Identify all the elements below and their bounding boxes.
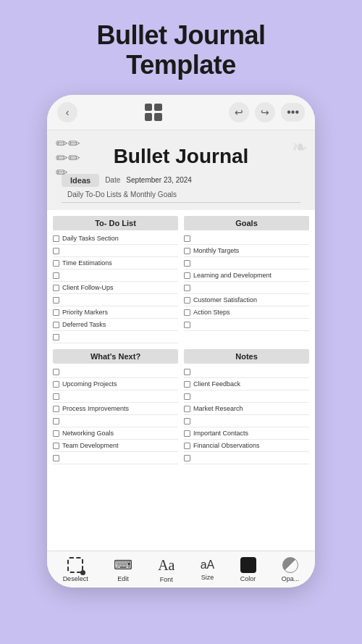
browser-nav: ↩ ↪ ••• xyxy=(229,102,305,122)
list-item: Financial Observations xyxy=(184,440,309,452)
list-item xyxy=(53,246,178,257)
checkbox[interactable] xyxy=(184,369,190,375)
edit-label: Edit xyxy=(117,575,129,582)
whats-next-header: What's Next? xyxy=(53,349,178,364)
list-item xyxy=(184,367,309,378)
list-item xyxy=(53,270,178,282)
grid-icon[interactable] xyxy=(145,104,162,121)
checkbox[interactable] xyxy=(53,248,59,254)
list-item: Priority Markers xyxy=(53,307,178,319)
list-item: Time Estimations xyxy=(53,258,178,269)
checkbox[interactable] xyxy=(53,418,59,425)
checkbox[interactable] xyxy=(184,406,190,412)
checkbox[interactable] xyxy=(184,235,190,242)
notes-header: Notes xyxy=(184,349,309,364)
journal-title: Bullet Journal xyxy=(59,142,303,168)
checkbox[interactable] xyxy=(53,393,59,400)
checkbox[interactable] xyxy=(53,272,59,279)
journal-meta: Ideas Date September 23, 2024 xyxy=(59,174,303,187)
list-item xyxy=(184,391,309,403)
checkbox[interactable] xyxy=(53,406,59,412)
list-item xyxy=(53,367,178,378)
list-item: Deferred Tasks xyxy=(53,319,178,331)
list-item: Process Improvements xyxy=(53,403,178,415)
deselect-button[interactable]: Deselect xyxy=(63,557,88,582)
checkbox[interactable] xyxy=(184,381,190,388)
checkbox[interactable] xyxy=(184,418,190,425)
list-item: Action Steps xyxy=(184,307,309,319)
notes-list: Client Feedback Market Research Importan… xyxy=(184,367,309,464)
color-label: Color xyxy=(240,575,256,582)
checkbox[interactable] xyxy=(53,334,59,340)
checkbox[interactable] xyxy=(184,430,190,437)
checkbox[interactable] xyxy=(53,322,59,328)
edit-button[interactable]: ⌨ Edit xyxy=(114,557,132,582)
opacity-label: Opa... xyxy=(282,575,300,582)
undo-button[interactable]: ↩ xyxy=(229,102,249,122)
list-item xyxy=(53,416,178,427)
checkbox[interactable] xyxy=(184,322,190,328)
checkbox[interactable] xyxy=(53,369,59,375)
browser-bar: ‹ ↩ ↪ ••• xyxy=(47,95,315,130)
list-item xyxy=(184,453,309,464)
size-label: Size xyxy=(201,574,214,581)
list-item xyxy=(184,233,309,245)
checkbox[interactable] xyxy=(53,430,59,437)
opacity-button[interactable]: Opa... xyxy=(282,557,300,582)
checkbox[interactable] xyxy=(184,272,190,279)
phone-frame: ‹ ↩ ↪ ••• ✏✏✏✏✏ ❧ Bullet Journal Ideas D… xyxy=(47,95,315,587)
date-label: Date xyxy=(105,176,120,184)
todo-header: To- Do List xyxy=(53,216,178,230)
font-icon: Aa xyxy=(158,557,174,574)
whats-next-section: What's Next? Upcoming Projects Process I… xyxy=(53,349,178,464)
deselect-label: Deselect xyxy=(63,575,88,582)
size-button[interactable]: aA Size xyxy=(201,559,215,581)
whats-next-list: Upcoming Projects Process Improvements N… xyxy=(53,367,178,464)
list-item: Networking Goals xyxy=(53,428,178,440)
list-item: Monthly Targets xyxy=(184,246,309,257)
list-item: Team Development xyxy=(53,440,178,452)
opacity-icon xyxy=(282,557,298,573)
checkbox[interactable] xyxy=(184,443,190,449)
redo-button[interactable]: ↪ xyxy=(255,102,275,122)
section-divider xyxy=(53,343,309,349)
checkbox[interactable] xyxy=(53,455,59,461)
notes-section: Notes Client Feedback Market Research Im… xyxy=(184,349,309,464)
bottom-toolbar: Deselect ⌨ Edit Aa Font aA Size Color Op… xyxy=(47,551,315,587)
todo-list: Daily Tasks Section Time Estimations Cli… xyxy=(53,233,178,343)
checkbox[interactable] xyxy=(53,297,59,304)
more-button[interactable]: ••• xyxy=(281,103,305,122)
goals-header: Goals xyxy=(184,216,309,230)
color-button[interactable]: Color xyxy=(240,557,256,582)
page-title: Bullet Journal Template xyxy=(96,20,265,80)
size-icon: aA xyxy=(201,559,215,572)
list-item: Daily Tasks Section xyxy=(53,233,178,245)
checkbox[interactable] xyxy=(184,393,190,400)
checkbox[interactable] xyxy=(53,260,59,267)
deselect-icon xyxy=(67,557,83,573)
list-item xyxy=(184,283,309,294)
checkbox[interactable] xyxy=(184,455,190,461)
list-item: Client Feedback xyxy=(184,379,309,390)
checkbox[interactable] xyxy=(53,309,59,316)
checkbox[interactable] xyxy=(184,297,190,304)
back-button[interactable]: ‹ xyxy=(57,102,77,122)
font-button[interactable]: Aa Font xyxy=(158,557,174,583)
checkbox[interactable] xyxy=(184,248,190,254)
journal-content: ✏✏✏✏✏ ❧ Bullet Journal Ideas Date Septem… xyxy=(47,130,315,551)
list-item xyxy=(53,391,178,403)
list-item xyxy=(184,319,309,331)
todo-section: To- Do List Daily Tasks Section Time Est… xyxy=(53,216,178,343)
checkbox[interactable] xyxy=(184,260,190,267)
checkbox[interactable] xyxy=(184,285,190,291)
checkbox[interactable] xyxy=(53,285,59,291)
checkbox[interactable] xyxy=(53,235,59,242)
list-item xyxy=(53,332,178,343)
journal-header: ✏✏✏✏✏ ❧ Bullet Journal Ideas Date Septem… xyxy=(47,130,315,210)
list-item: Customer Satisfaction xyxy=(184,295,309,306)
list-item: Market Research xyxy=(184,403,309,415)
checkbox[interactable] xyxy=(184,309,190,316)
checkbox[interactable] xyxy=(53,381,59,388)
checkbox[interactable] xyxy=(53,443,59,449)
list-item: Learning and Development xyxy=(184,270,309,282)
